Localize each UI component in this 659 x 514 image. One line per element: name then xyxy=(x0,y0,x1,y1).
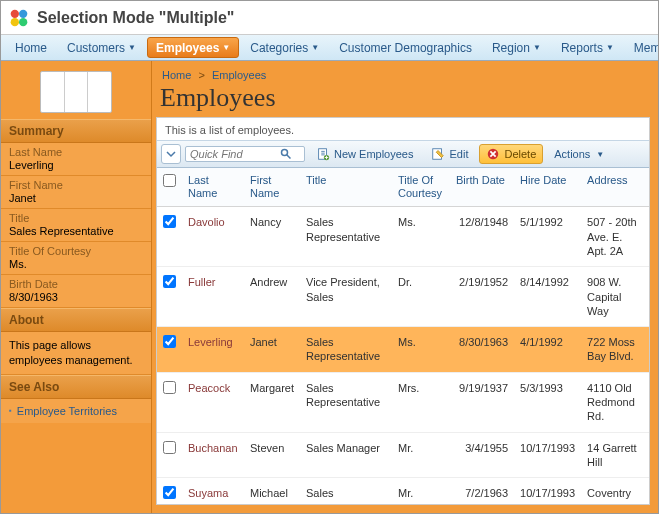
summary-label: Birth Date xyxy=(1,275,151,290)
svg-point-1 xyxy=(19,9,27,17)
search-icon xyxy=(280,148,292,160)
view-card-icon xyxy=(40,71,112,113)
nav-item-customer-demographics[interactable]: Customer Demographics xyxy=(330,37,481,58)
cell-title: Sales Representative xyxy=(300,327,392,373)
nav-item-employees[interactable]: Employees▼ xyxy=(147,37,239,58)
edit-button[interactable]: Edit xyxy=(424,144,475,164)
cell-birth: 3/4/1955 xyxy=(450,432,514,478)
svg-point-0 xyxy=(11,9,19,17)
table-scroll[interactable]: Last NameFirst NameTitleTitle Of Courtes… xyxy=(157,168,649,504)
col-header[interactable]: Title xyxy=(300,168,392,207)
col-header[interactable]: Title Of Courtesy xyxy=(392,168,450,207)
table-row[interactable]: FullerAndrewVice President, SalesDr.2/19… xyxy=(157,267,649,327)
cell-address: 4110 Old Redmond Rd. xyxy=(581,372,649,432)
cell-address: 722 Moss Bay Blvd. xyxy=(581,327,649,373)
cell-firstname: Michael xyxy=(244,478,300,504)
nav-item-reports[interactable]: Reports▼ xyxy=(552,37,623,58)
summary-label: Title xyxy=(1,209,151,224)
summary-label: First Name xyxy=(1,176,151,191)
cell-title: Sales Representative xyxy=(300,207,392,267)
nav-item-home[interactable]: Home xyxy=(6,37,56,58)
cell-title: Sales Representative xyxy=(300,478,392,504)
cell-birth: 2/19/1952 xyxy=(450,267,514,327)
new-page-icon xyxy=(316,147,330,161)
view-switch-button[interactable] xyxy=(161,144,181,164)
about-title: About xyxy=(1,308,151,332)
nav-item-region[interactable]: Region▼ xyxy=(483,37,550,58)
nav-item-categories[interactable]: Categories▼ xyxy=(241,37,328,58)
select-all-checkbox[interactable] xyxy=(163,174,176,187)
chevron-down-icon: ▼ xyxy=(596,150,604,159)
actions-button[interactable]: Actions▼ xyxy=(547,145,611,163)
cell-title: Sales Representative xyxy=(300,372,392,432)
summary-label: Title Of Courtesy xyxy=(1,242,151,257)
quick-find[interactable] xyxy=(185,146,305,162)
delete-icon xyxy=(486,147,500,161)
row-checkbox[interactable] xyxy=(163,275,176,288)
row-checkbox[interactable] xyxy=(163,215,176,228)
row-checkbox[interactable] xyxy=(163,381,176,394)
chevron-down-icon: ▼ xyxy=(222,43,230,52)
svg-point-3 xyxy=(19,18,27,26)
breadcrumb-current: Employees xyxy=(212,69,266,81)
col-header[interactable]: Birth Date xyxy=(450,168,514,207)
col-header[interactable]: Hire Date xyxy=(514,168,581,207)
cell-address: 14 Garrett Hill xyxy=(581,432,649,478)
col-header[interactable]: First Name xyxy=(244,168,300,207)
summary-value: Ms. xyxy=(1,257,151,275)
cell-hire: 10/17/1993 xyxy=(514,432,581,478)
employees-table: Last NameFirst NameTitleTitle Of Courtes… xyxy=(157,168,649,504)
summary-value: 8/30/1963 xyxy=(1,290,151,308)
cell-birth: 8/30/1963 xyxy=(450,327,514,373)
table-row[interactable]: BuchananStevenSales ManagerMr.3/4/195510… xyxy=(157,432,649,478)
cell-hire: 5/1/1992 xyxy=(514,207,581,267)
main-area: Home > Employees Employees This is a lis… xyxy=(152,61,658,513)
new-button[interactable]: New Employees xyxy=(309,144,420,164)
sidebar: Summary Last NameLeverlingFirst NameJane… xyxy=(1,61,152,513)
table-row[interactable]: PeacockMargaretSales RepresentativeMrs.9… xyxy=(157,372,649,432)
table-row[interactable]: SuyamaMichaelSales RepresentativeMr.7/2/… xyxy=(157,478,649,504)
about-text: This page allows employees management. xyxy=(1,332,151,375)
app-logo-icon xyxy=(9,8,29,28)
cell-address: 507 - 20th Ave. E. Apt. 2A xyxy=(581,207,649,267)
seealso-title: See Also xyxy=(1,375,151,399)
cell-firstname: Nancy xyxy=(244,207,300,267)
summary-title: Summary xyxy=(1,119,151,143)
breadcrumb-home[interactable]: Home xyxy=(162,69,191,81)
summary-value: Leverling xyxy=(1,158,151,176)
cell-hire: 4/1/1992 xyxy=(514,327,581,373)
cell-lastname[interactable]: Leverling xyxy=(182,327,244,373)
cell-courtesy: Ms. xyxy=(392,327,450,373)
col-header[interactable]: Last Name xyxy=(182,168,244,207)
page-title: Employees xyxy=(156,83,650,113)
cell-firstname: Andrew xyxy=(244,267,300,327)
chevron-down-icon: ▼ xyxy=(533,43,541,52)
seealso-link[interactable]: Employee Territories xyxy=(1,399,151,423)
cell-courtesy: Dr. xyxy=(392,267,450,327)
cell-address: 908 W. Capital Way xyxy=(581,267,649,327)
cell-lastname[interactable]: Buchanan xyxy=(182,432,244,478)
col-header[interactable]: Address xyxy=(581,168,649,207)
cell-lastname[interactable]: Davolio xyxy=(182,207,244,267)
cell-lastname[interactable]: Fuller xyxy=(182,267,244,327)
cell-firstname: Steven xyxy=(244,432,300,478)
cell-lastname[interactable]: Peacock xyxy=(182,372,244,432)
list-description: This is a list of employees. xyxy=(157,118,649,140)
app-header: Selection Mode "Multiple" xyxy=(1,1,658,35)
row-checkbox[interactable] xyxy=(163,441,176,454)
cell-birth: 12/8/1948 xyxy=(450,207,514,267)
toolbar: New Employees Edit Delete Actions▼ xyxy=(157,140,649,168)
cell-hire: 5/3/1993 xyxy=(514,372,581,432)
cell-courtesy: Mrs. xyxy=(392,372,450,432)
delete-button[interactable]: Delete xyxy=(479,144,543,164)
chevron-down-icon: ▼ xyxy=(128,43,136,52)
svg-point-2 xyxy=(11,18,19,26)
nav-item-members[interactable]: Members xyxy=(625,37,659,58)
quick-find-input[interactable] xyxy=(190,148,280,160)
nav-item-customers[interactable]: Customers▼ xyxy=(58,37,145,58)
cell-lastname[interactable]: Suyama xyxy=(182,478,244,504)
row-checkbox[interactable] xyxy=(163,335,176,348)
row-checkbox[interactable] xyxy=(163,486,176,499)
table-row[interactable]: LeverlingJanetSales RepresentativeMs.8/3… xyxy=(157,327,649,373)
table-row[interactable]: DavolioNancySales RepresentativeMs.12/8/… xyxy=(157,207,649,267)
